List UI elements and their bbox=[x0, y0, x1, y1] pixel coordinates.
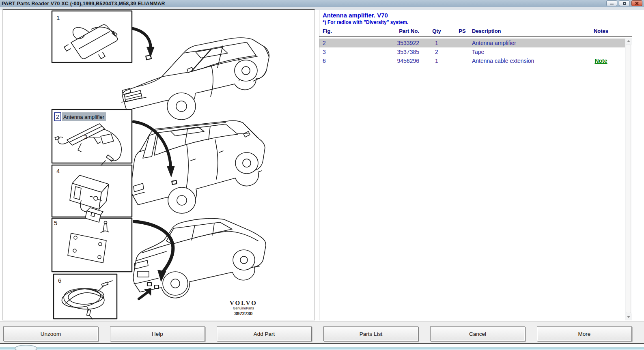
column-header-description: Description bbox=[470, 28, 577, 34]
cell-description: Antenna cable extension bbox=[470, 58, 577, 64]
app-window: { "window": { "title": "PART Parts Reade… bbox=[0, 0, 644, 350]
callout-number-4: 4 bbox=[56, 168, 60, 174]
cell-fig: 3 bbox=[319, 49, 345, 55]
help-button[interactable]: Help bbox=[110, 326, 205, 341]
parts-list-panel: Antenna amplifier. V70 *) For radios wit… bbox=[319, 10, 631, 320]
scroll-down-button[interactable] bbox=[625, 313, 632, 320]
maximize-icon bbox=[623, 2, 626, 5]
volvo-logo: VOLVO GenuineParts 3972730 bbox=[221, 300, 266, 317]
maximize-button[interactable] bbox=[619, 0, 630, 6]
scrollbar-thumb[interactable] bbox=[626, 45, 631, 313]
cell-qty: 1 bbox=[419, 40, 454, 46]
table-column-headers: Fig. Part No. Qty PS Description Notes bbox=[319, 27, 625, 35]
parts-panel-subtitle: *) For radios with "Diversity" system. bbox=[319, 19, 632, 25]
note-link[interactable]: Note bbox=[577, 58, 625, 64]
taskbar-top-border bbox=[0, 348, 644, 350]
more-button[interactable]: More bbox=[537, 326, 632, 341]
callout-number-5: 5 bbox=[54, 220, 57, 226]
table-row[interactable]: 3 3537385 2 Tape 5 bbox=[319, 47, 625, 56]
column-header-ps: PS bbox=[454, 28, 470, 34]
parts-panel-header: Antenna amplifier. V70 *) For radios wit… bbox=[319, 10, 632, 37]
table-row[interactable]: 2 3533922 1 Antenna amplifier 5 bbox=[319, 39, 625, 47]
diagram-number: 3972730 bbox=[221, 311, 266, 317]
minimize-button[interactable] bbox=[606, 0, 617, 6]
unzoom-button[interactable]: Unzoom bbox=[3, 326, 98, 341]
column-header-fig: Fig. bbox=[319, 28, 345, 34]
diagram-panel: 1 3 4 5 6 2 Antenna amplifier VOLVO Genu… bbox=[2, 9, 315, 320]
cell-fig: 6 bbox=[319, 58, 345, 64]
callout-number-3: 3 bbox=[84, 134, 87, 140]
selected-part-tooltip: 2 Antenna amplifier bbox=[54, 112, 106, 121]
close-button[interactable] bbox=[631, 0, 642, 6]
cell-description: Tape bbox=[470, 49, 577, 55]
taskbar-edge bbox=[0, 344, 644, 350]
scroll-up-icon bbox=[627, 40, 630, 42]
tooltip-part-label: Antenna amplifier bbox=[62, 112, 106, 121]
pointer-arrows bbox=[132, 28, 174, 299]
car-wagon-rear-illustration bbox=[131, 121, 265, 213]
callout-number-6: 6 bbox=[58, 277, 61, 283]
car-sedan-front-illustration bbox=[122, 38, 269, 120]
vertical-scrollbar[interactable] bbox=[625, 38, 631, 320]
parts-diagram-illustration bbox=[2, 9, 315, 320]
cell-description: Antenna amplifier bbox=[470, 40, 577, 46]
minimize-icon bbox=[610, 4, 614, 4]
close-icon bbox=[635, 2, 639, 5]
cell-qty: 1 bbox=[419, 58, 454, 64]
start-orb-partial bbox=[15, 345, 37, 350]
parts-panel-title: Antenna amplifier. V70 bbox=[319, 10, 632, 19]
column-header-notes: Notes bbox=[577, 28, 625, 34]
volvo-brand-text: VOLVO bbox=[221, 300, 266, 306]
car-sedan-rear-illustration bbox=[134, 219, 266, 298]
cell-qty: 2 bbox=[419, 49, 454, 55]
parts-table: 2 3533922 1 Antenna amplifier 5 3 353738… bbox=[319, 39, 625, 65]
cell-fig: 2 bbox=[319, 40, 345, 46]
table-row[interactable]: 6 9456296 1 Antenna cable extension Note… bbox=[319, 56, 625, 65]
cell-part-no: 3533922 bbox=[345, 40, 419, 46]
scroll-up-button[interactable] bbox=[625, 38, 632, 45]
cancel-button[interactable]: Cancel bbox=[430, 326, 525, 341]
callout-number-1: 1 bbox=[56, 15, 60, 21]
parts-list-button[interactable]: Parts List bbox=[323, 326, 418, 341]
cell-part-no: 9456296 bbox=[345, 58, 419, 64]
scroll-down-icon bbox=[627, 316, 630, 318]
title-bar: PART Parts Reader V70 XC (-00),1999,B520… bbox=[0, 0, 644, 8]
column-header-part-no: Part No. bbox=[345, 28, 419, 34]
column-header-qty: Qty bbox=[419, 28, 454, 34]
bottom-toolbar: Unzoom Help Add Part Parts List Cancel M… bbox=[0, 321, 644, 344]
tooltip-callout-number: 2 bbox=[54, 112, 61, 121]
window-controls bbox=[606, 0, 642, 6]
add-part-button[interactable]: Add Part bbox=[217, 326, 312, 341]
cell-part-no: 3537385 bbox=[345, 49, 419, 55]
genuine-parts-text: GenuineParts bbox=[221, 306, 266, 311]
window-title: PART Parts Reader V70 XC (-00),1999,B520… bbox=[0, 1, 165, 6]
